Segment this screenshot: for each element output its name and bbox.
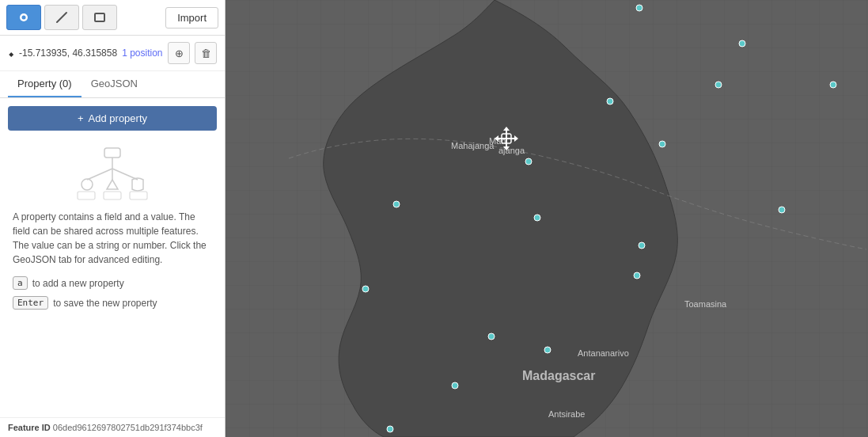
hint-enter-text: to save the new property xyxy=(53,298,157,309)
svg-point-16 xyxy=(636,5,642,11)
hint-a-text: to add a new property xyxy=(32,278,124,289)
svg-rect-13 xyxy=(130,192,147,200)
coords-row: ⬥ -15.713935, 46.315858 1 position ⊕ 🗑 xyxy=(0,36,225,71)
svg-point-20 xyxy=(830,82,836,88)
svg-rect-4 xyxy=(104,148,120,158)
property-illustration xyxy=(0,139,225,207)
line-tool-button[interactable] xyxy=(44,5,79,30)
svg-point-18 xyxy=(715,82,722,88)
svg-point-19 xyxy=(607,98,613,104)
svg-line-10 xyxy=(112,169,138,180)
tabs-bar: Property (0) GeoJSON xyxy=(0,71,225,98)
svg-rect-12 xyxy=(104,192,121,200)
svg-marker-9 xyxy=(107,180,118,189)
svg-point-17 xyxy=(739,40,745,47)
svg-point-22 xyxy=(525,158,532,165)
svg-text:Antsirabe: Antsirabe xyxy=(548,409,585,419)
feature-id-value: 06ded9612697802751db291f374bbc3f xyxy=(53,423,203,432)
hint-row-enter: Enter to save the new property xyxy=(0,294,225,311)
svg-text:ajanga: ajanga xyxy=(498,146,525,155)
tab-property[interactable]: Property (0) xyxy=(8,71,81,97)
property-diagram-icon xyxy=(73,146,152,202)
svg-line-2 xyxy=(57,13,66,22)
svg-point-7 xyxy=(81,179,93,190)
map-svg: Mah ajanga Mahajanga Toamasina Antananar… xyxy=(226,0,868,437)
svg-point-1 xyxy=(22,16,26,20)
coordinates-text: -15.713935, 46.315858 xyxy=(19,48,117,59)
add-property-button[interactable]: + Add property xyxy=(8,106,217,131)
pin-icon: ⬥ xyxy=(8,47,14,59)
delete-button[interactable]: 🗑 xyxy=(195,42,217,64)
map-area[interactable]: Mah ajanga Mahajanga Toamasina Antananar… xyxy=(226,0,868,437)
toolbar: Import xyxy=(0,0,225,36)
trash-icon: 🗑 xyxy=(201,48,211,59)
svg-point-24 xyxy=(534,215,540,221)
import-button[interactable]: Import xyxy=(165,7,218,28)
left-panel: Import ⬥ -15.713935, 46.315858 1 positio… xyxy=(0,0,226,437)
svg-line-6 xyxy=(87,169,112,180)
svg-point-27 xyxy=(779,207,785,213)
hint-row-a: a to add a new property xyxy=(0,275,225,291)
plus-icon: + xyxy=(78,112,84,124)
svg-point-32 xyxy=(387,426,393,432)
svg-point-23 xyxy=(393,201,400,207)
svg-text:Mahajanga: Mahajanga xyxy=(451,141,495,150)
description-text: A property contains a field and a value.… xyxy=(0,207,225,275)
position-link[interactable]: 1 position xyxy=(122,48,162,59)
svg-text:Toamasina: Toamasina xyxy=(684,299,727,309)
svg-point-28 xyxy=(634,272,640,279)
point-tool-button[interactable] xyxy=(6,5,41,30)
line-icon xyxy=(55,10,69,25)
svg-point-31 xyxy=(452,382,458,389)
feature-id-bar: Feature ID 06ded9612697802751db291f374bb… xyxy=(0,417,225,437)
svg-text:Madagascar: Madagascar xyxy=(522,369,596,382)
target-icon: ⊕ xyxy=(175,48,184,59)
svg-point-21 xyxy=(659,141,665,147)
svg-text:Antananarivo: Antananarivo xyxy=(578,348,629,358)
feature-id-label: Feature ID xyxy=(8,423,51,432)
enter-key: Enter xyxy=(13,296,48,310)
svg-rect-11 xyxy=(78,192,95,200)
add-property-label: Add property xyxy=(89,112,147,124)
polygon-icon xyxy=(93,10,107,25)
svg-rect-3 xyxy=(95,13,104,21)
svg-point-25 xyxy=(362,286,369,292)
tab-geojson[interactable]: GeoJSON xyxy=(81,71,147,97)
target-button[interactable]: ⊕ xyxy=(168,42,190,64)
svg-point-29 xyxy=(488,333,495,340)
svg-point-26 xyxy=(639,242,645,249)
a-key: a xyxy=(13,276,28,290)
polygon-tool-button[interactable] xyxy=(82,5,117,30)
point-icon xyxy=(17,10,31,25)
svg-point-30 xyxy=(544,347,551,353)
